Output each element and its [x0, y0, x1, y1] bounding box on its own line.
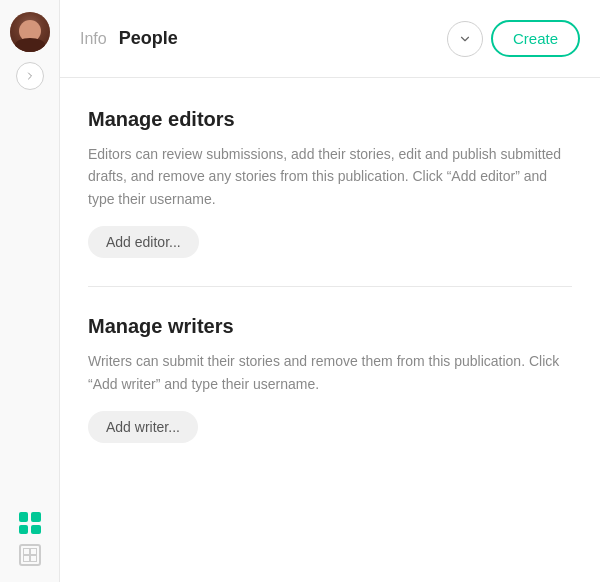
editors-description: Editors can review submissions, add thei… — [88, 143, 572, 210]
grid-filled-icon[interactable] — [19, 512, 41, 534]
avatar-body — [15, 38, 45, 52]
grid-cell — [19, 525, 29, 535]
avatar-image — [10, 12, 50, 52]
grid-outline-cell — [30, 555, 37, 562]
grid-outline-cell — [23, 555, 30, 562]
avatar — [10, 12, 50, 52]
sidebar-top — [10, 12, 50, 90]
content-area: Manage editors Editors can review submis… — [60, 78, 600, 582]
writers-section: Manage writers Writers can submit their … — [88, 315, 572, 443]
section-divider — [88, 286, 572, 287]
editors-section: Manage editors Editors can review submis… — [88, 108, 572, 258]
chevron-down-icon — [458, 32, 472, 46]
add-writer-button[interactable]: Add writer... — [88, 411, 198, 443]
grid-outline-icon[interactable] — [19, 544, 41, 566]
people-tab[interactable]: People — [119, 28, 178, 49]
main-content: Info People Create Manage editors Editor… — [60, 0, 600, 582]
grid-outline-cell — [30, 548, 37, 555]
grid-cell — [31, 512, 41, 522]
expand-button[interactable] — [16, 62, 44, 90]
info-tab[interactable]: Info — [80, 30, 107, 48]
editors-title: Manage editors — [88, 108, 572, 131]
grid-cell — [31, 525, 41, 535]
writers-title: Manage writers — [88, 315, 572, 338]
chevron-right-icon — [24, 70, 36, 82]
writers-description: Writers can submit their stories and rem… — [88, 350, 572, 395]
add-editor-button[interactable]: Add editor... — [88, 226, 199, 258]
header: Info People Create — [60, 0, 600, 78]
sidebar-bottom — [19, 512, 41, 566]
sidebar — [0, 0, 60, 582]
grid-outline-cell — [23, 548, 30, 555]
dropdown-button[interactable] — [447, 21, 483, 57]
grid-cell — [19, 512, 29, 522]
create-button[interactable]: Create — [491, 20, 580, 57]
